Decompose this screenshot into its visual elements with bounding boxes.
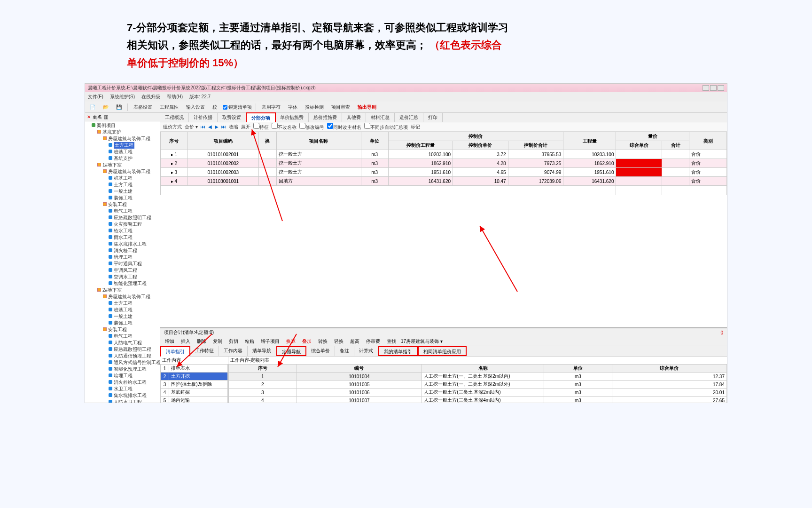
sidebar-close-icon[interactable]: ✕: [87, 114, 91, 119]
nav-next-icon[interactable]: ▶: [215, 124, 219, 129]
bp-right-grid[interactable]: 工作内容-定额列表 序号 编号 名称 单位 综合单价 110101004人工挖一…: [228, 357, 727, 403]
tab-material[interactable]: 材料汇总: [366, 113, 395, 122]
bp-tab-my-guide[interactable]: 我的清单指引: [378, 346, 418, 356]
menu-file[interactable]: 文件(F): [88, 94, 103, 100]
minimize-button[interactable]: [703, 85, 709, 91]
tab-print[interactable]: 打印: [423, 113, 443, 122]
menu-system[interactable]: 系统维护(S): [110, 94, 135, 100]
project-tree[interactable]: 案例项目 基坑支护 房屋建筑与装饰工程 土方工程 桩基工程 基坑支护: [85, 121, 160, 403]
sidebar: ✕ 更名 ▥ 案例项目 基坑支护 房屋建筑与装饰工程: [85, 113, 160, 403]
sub-feature-chk[interactable]: 特征: [253, 123, 269, 131]
bp-tab-same-list[interactable]: 相同清单组价应用: [418, 346, 467, 356]
main-grid[interactable]: 序号 项目编码 换 项目名称 单位 控制价 工程量 量价 类别: [160, 132, 727, 195]
nav-prev-icon[interactable]: ◀: [208, 124, 212, 129]
toolbar-save-icon[interactable]: 💾: [114, 104, 124, 110]
bp-search-select[interactable]: 17房屋建筑与装饰 ▾: [401, 338, 443, 345]
sub-toolbar: 组价方式 合价 ▾ ⏮ ◀ ▶ ⏭ 收缩 展开 特征 不改名称 修改编号 同时改…: [160, 122, 727, 132]
table-row[interactable]: ▸ 2010101002002挖一般土方m31862.9104.287973.2…: [161, 159, 727, 168]
app-window: 晨曦工程计价系统-E:\晨曦软件\晨曦投标计价系统2022版\工程文件\投标计价…: [85, 83, 727, 403]
bp-tab-note[interactable]: 备注: [335, 346, 354, 356]
tab-fee[interactable]: 取费设置: [218, 113, 246, 122]
list-item[interactable]: 4基底钎探: [161, 389, 228, 397]
table-row[interactable]: ▸ 3010101002003挖一般土方m31951.6104.659074.9…: [161, 168, 727, 177]
sidebar-header: ✕ 更名 ▥: [85, 113, 160, 121]
bp-switch[interactable]: 转换: [316, 338, 329, 345]
bp-overlay[interactable]: 叠加: [300, 338, 313, 345]
tb-check[interactable]: 校: [211, 103, 219, 111]
sub-sync-name-chk[interactable]: 同时改主材名: [327, 123, 361, 131]
main-tabs: 工程概况 计价依据 取费设置 分部分项 单价措施费 总价措施费 其他费 材料汇总…: [160, 113, 727, 122]
bp-paste[interactable]: 粘贴: [243, 338, 256, 345]
table-row[interactable]: 410101007人工挖一般土方(三类土 基深4m以内)m327.65: [229, 397, 727, 403]
tb-bid-check[interactable]: 投标检测: [303, 103, 326, 111]
bp-convert[interactable]: 换算: [284, 338, 297, 345]
sub-nosum-chk[interactable]: 不同步自动汇总项: [364, 123, 408, 131]
bp-find[interactable]: 查找: [385, 338, 398, 345]
sub-mark[interactable]: 标记: [411, 124, 420, 130]
sidebar-tools-icon[interactable]: ▥: [104, 114, 108, 119]
bp-tab-list-nav[interactable]: 清单导航: [248, 346, 276, 356]
tb-chars[interactable]: 常用字符: [260, 103, 282, 111]
table-row[interactable]: 110101004人工挖一般土方(一、二类土 基深2m以内)m312.37: [229, 373, 727, 381]
menu-help[interactable]: 帮助(H): [167, 94, 183, 100]
bottom-panel: 项目合计(清单:4,定额:0) 0 增加 插入 删除 复制 剪切 粘贴 增子项目…: [160, 327, 727, 403]
menu-upgrade[interactable]: 在线升级: [141, 94, 160, 100]
bp-tab-feature[interactable]: 工作特征: [190, 346, 219, 356]
bp-high[interactable]: 超高: [348, 338, 361, 345]
bp-tab-unit-price[interactable]: 综合单价: [306, 346, 335, 356]
group-mode-select[interactable]: 合价 ▾: [185, 124, 198, 130]
tb-table-set[interactable]: 表格设置: [132, 103, 154, 111]
table-row[interactable]: ▸ 4010103001001回填方m316431.62010.47172039…: [161, 177, 727, 186]
nav-first-icon[interactable]: ⏮: [201, 124, 205, 129]
list-item[interactable]: 1排地表水: [161, 365, 228, 373]
menubar[interactable]: 文件(F) 系统维护(S) 在线升级 帮助(H) 版本: 22.7: [85, 92, 727, 102]
tb-export[interactable]: 输出导则: [356, 103, 378, 111]
tab-total-measure[interactable]: 总价措施费: [309, 113, 342, 122]
bp-left-list[interactable]: 工作内容 1排地表水2土方开挖3围护(挡土板)及拆除4基底钎探5场内运输: [160, 357, 228, 403]
sub-expand[interactable]: 展开: [241, 124, 250, 130]
table-row[interactable]: ▸ 1010101002001挖一般土方m310203.1003.7237955…: [161, 150, 727, 159]
bp-copy[interactable]: 复制: [211, 338, 224, 345]
maximize-button[interactable]: [710, 85, 717, 91]
bp-stop[interactable]: 停审费: [364, 338, 382, 345]
table-row[interactable]: 210101005人工挖一般土方(一、二类土 基深2m以外)m317.84: [229, 381, 727, 389]
bp-light[interactable]: 轻换: [332, 338, 345, 345]
toolbar-open-icon[interactable]: 📂: [101, 104, 110, 110]
tab-other[interactable]: 其他费: [342, 113, 366, 122]
tb-proj-attr[interactable]: 工程属性: [158, 103, 180, 111]
bp-toolbar: 增加 插入 删除 复制 剪切 粘贴 增子项目 换算 叠加 转换 轻换 超高 停审…: [160, 337, 727, 346]
toolbar: 📄 📂 💾 表格设置 工程属性 输入设置 校 锁定清单项 常用字符 字体 投标检…: [85, 102, 727, 113]
nav-last-icon[interactable]: ⏭: [221, 124, 226, 129]
bp-tab-content[interactable]: 工作内容: [219, 346, 248, 356]
bp-tab-list-guide[interactable]: 清单指引: [160, 346, 190, 357]
bp-delete[interactable]: 删除: [195, 338, 208, 345]
bp-addsub[interactable]: 增子项目: [259, 338, 281, 345]
table-row[interactable]: 310101006人工挖一般土方(三类土 基深2m以内)m320.01: [229, 389, 727, 397]
list-item[interactable]: 3围护(挡土板)及拆除: [161, 381, 228, 389]
tb-font[interactable]: 字体: [286, 103, 299, 111]
bp-insert[interactable]: 插入: [179, 338, 192, 345]
tab-items[interactable]: 分部分项: [246, 112, 276, 122]
tb-input-set[interactable]: 输入设置: [184, 103, 207, 111]
menu-version: 版本: 22.7: [189, 94, 211, 100]
bp-cut[interactable]: 剪切: [227, 338, 240, 345]
bp-tabs: 清单指引 工作特征 工作内容 清单导航 定额导航 综合单价 备注 计算式 我的清…: [160, 346, 727, 357]
list-item[interactable]: 2土方开挖: [161, 373, 228, 381]
close-button[interactable]: [718, 85, 724, 91]
bp-tab-formula[interactable]: 计算式: [354, 346, 378, 356]
list-item[interactable]: 5场内运输: [161, 397, 228, 403]
titlebar: 晨曦工程计价系统-E:\晨曦软件\晨曦投标计价系统2022版\工程文件\投标计价…: [85, 84, 727, 92]
tab-cost[interactable]: 造价汇总: [395, 113, 423, 122]
bp-tab-quota-nav[interactable]: 定额导航: [276, 346, 306, 356]
sub-collapse[interactable]: 收缩: [229, 124, 238, 130]
main-area: 工程概况 计价依据 取费设置 分部分项 单价措施费 总价措施费 其他费 材料汇总…: [160, 113, 727, 403]
tb-review[interactable]: 项目审查: [329, 103, 352, 111]
tab-overview[interactable]: 工程概况: [160, 113, 189, 122]
toolbar-new-icon[interactable]: 📄: [88, 104, 97, 110]
bp-add[interactable]: 增加: [163, 338, 176, 345]
tab-unit-measure[interactable]: 单价措施费: [275, 113, 309, 122]
tab-basis[interactable]: 计价依据: [189, 113, 218, 122]
tb-lock-checkbox[interactable]: 锁定清单项: [223, 104, 252, 111]
sub-noname-chk[interactable]: 不改名称: [272, 123, 297, 131]
sub-modcode-chk[interactable]: 修改编号: [299, 123, 324, 131]
